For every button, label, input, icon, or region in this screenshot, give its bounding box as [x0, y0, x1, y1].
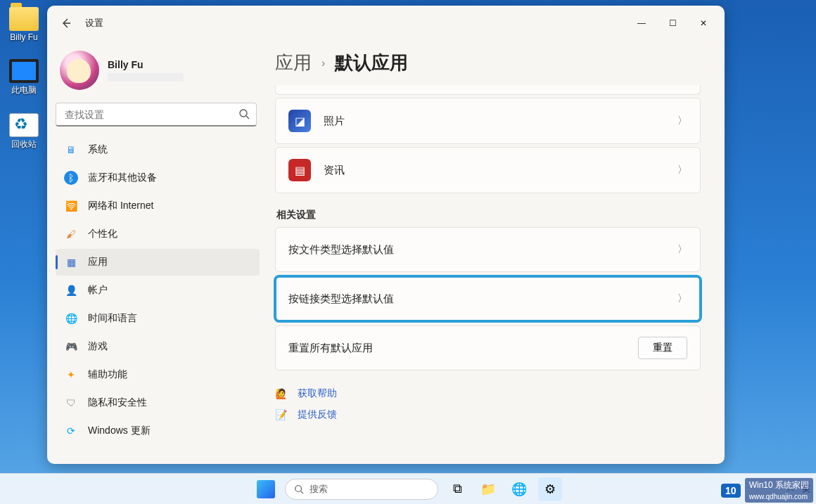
chevron-right-icon: 〉: [677, 164, 687, 176]
desktop-folder-billyfu[interactable]: Billy Fu: [7, 7, 41, 42]
page-title: 默认应用: [335, 51, 408, 75]
desktop-recycle-bin[interactable]: 回收站: [7, 113, 41, 150]
sidebar-item-label: 系统: [88, 143, 108, 156]
sidebar-item-label: 时间和语言: [88, 312, 137, 325]
profile-email-redacted: [108, 73, 184, 82]
desktop-this-pc[interactable]: 此电脑: [7, 59, 41, 96]
link-give-feedback[interactable]: 📝 提供反馈: [275, 408, 701, 421]
apps-icon: ▦: [64, 255, 78, 269]
taskbar-search[interactable]: 搜索: [285, 479, 438, 500]
sidebar: Billy Fu 🖥系统 ᛒ蓝牙和其他设备 🛜网络和 Internet 🖌个性化…: [47, 41, 265, 464]
icon-label: 回收站: [11, 138, 37, 150]
arrow-left-icon: [60, 18, 72, 29]
sidebar-item-label: 游戏: [88, 340, 108, 353]
person-icon: 👤: [64, 283, 78, 297]
sidebar-item-label: 个性化: [88, 228, 117, 240]
sidebar-item-label: 蓝牙和其他设备: [88, 172, 157, 184]
search-box[interactable]: [56, 103, 257, 127]
windows-logo-icon: [257, 480, 275, 498]
minimize-button[interactable]: —: [626, 13, 657, 33]
sidebar-item-gaming[interactable]: 🎮游戏: [56, 333, 260, 360]
news-app-icon: ▤: [288, 159, 311, 181]
update-icon: ⟳: [64, 424, 78, 438]
avatar: [60, 51, 99, 90]
watermark-badge: 10: [721, 484, 741, 498]
row-label: 按文件类型选择默认值: [288, 243, 677, 257]
search-input[interactable]: [56, 103, 257, 127]
profile-name: Billy Fu: [108, 59, 184, 70]
nav-list: 🖥系统 ᛒ蓝牙和其他设备 🛜网络和 Internet 🖌个性化 ▦应用 👤帐户 …: [56, 136, 260, 444]
sidebar-item-label: 应用: [88, 256, 108, 269]
reset-button[interactable]: 重置: [638, 337, 687, 359]
breadcrumb: 应用 › 默认应用: [275, 51, 701, 75]
row-choose-by-filetype[interactable]: 按文件类型选择默认值 〉: [275, 227, 701, 272]
brush-icon: 🖌: [64, 227, 78, 241]
sidebar-item-personalization[interactable]: 🖌个性化: [56, 221, 260, 247]
help-icon: 🙋: [275, 388, 288, 399]
row-reset-defaults: 重置所有默认应用 重置: [275, 325, 701, 370]
link-get-help[interactable]: 🙋 获取帮助: [275, 387, 701, 400]
sidebar-item-network[interactable]: 🛜网络和 Internet: [56, 193, 260, 219]
sidebar-item-accounts[interactable]: 👤帐户: [56, 277, 260, 304]
row-choose-by-linktype[interactable]: 按链接类型选择默认值 〉: [275, 276, 701, 321]
default-app-photos[interactable]: ◪ 照片 〉: [275, 98, 701, 144]
row-label: 重置所有默认应用: [288, 342, 638, 355]
start-button[interactable]: [254, 477, 278, 501]
display-icon: 🖥: [64, 143, 78, 157]
task-view-button[interactable]: ⧉: [445, 477, 469, 501]
sidebar-item-label: 帐户: [88, 284, 108, 297]
sidebar-item-label: 隐私和安全性: [88, 396, 147, 409]
gamepad-icon: 🎮: [64, 340, 78, 354]
close-button[interactable]: ✕: [688, 13, 719, 33]
sidebar-item-label: Windows 更新: [88, 425, 151, 437]
section-related-settings: 相关设置: [276, 209, 701, 221]
sidebar-item-system[interactable]: 🖥系统: [56, 136, 260, 163]
chevron-right-icon: 〉: [677, 243, 687, 256]
search-icon[interactable]: [238, 108, 250, 122]
taskbar-settings[interactable]: ⚙: [538, 477, 562, 501]
app-title: 设置: [85, 17, 103, 30]
main-panel: 应用 › 默认应用 ◪ 照片 〉 ▤ 资讯 〉 相关设置 按文件类型选择默认值 …: [265, 41, 725, 464]
sidebar-item-label: 网络和 Internet: [88, 200, 153, 212]
accessibility-icon: ✦: [64, 368, 78, 382]
search-icon: [294, 484, 304, 494]
folder-icon: [9, 7, 39, 31]
partial-card-above[interactable]: [275, 85, 701, 95]
breadcrumb-parent[interactable]: 应用: [275, 51, 312, 75]
row-label: 按链接类型选择默认值: [288, 292, 677, 306]
sidebar-item-windows-update[interactable]: ⟳Windows 更新: [56, 418, 260, 444]
chevron-right-icon: 〉: [677, 115, 687, 127]
default-app-news[interactable]: ▤ 资讯 〉: [275, 147, 701, 193]
sidebar-item-time-language[interactable]: 🌐时间和语言: [56, 305, 260, 332]
card-label: 照片: [324, 115, 677, 128]
taskbar-search-placeholder: 搜索: [310, 483, 328, 496]
settings-window: 设置 — ☐ ✕ Billy Fu 🖥系统 ᛒ蓝牙和其他设备: [47, 6, 725, 464]
photos-app-icon: ◪: [288, 110, 311, 132]
sidebar-item-label: 辅助功能: [88, 368, 127, 381]
link-label: 提供反馈: [298, 408, 337, 421]
help-links: 🙋 获取帮助 📝 提供反馈: [275, 387, 701, 421]
desktop-icons: Billy Fu 此电脑 回收站: [7, 7, 41, 167]
profile-block[interactable]: Billy Fu: [56, 46, 260, 94]
sidebar-item-apps[interactable]: ▦应用: [56, 249, 260, 276]
taskbar-explorer[interactable]: 📁: [476, 477, 500, 501]
chevron-right-icon: 〉: [677, 292, 687, 305]
watermark-text: Win10 系统家园www.qdhuajin.com: [745, 478, 813, 503]
icon-label: Billy Fu: [10, 32, 37, 42]
pc-icon: [9, 59, 39, 83]
maximize-button[interactable]: ☐: [657, 13, 688, 33]
sidebar-item-privacy[interactable]: 🛡隐私和安全性: [56, 389, 260, 416]
svg-point-1: [295, 485, 302, 491]
wifi-icon: 🛜: [64, 199, 78, 213]
back-button[interactable]: [57, 14, 75, 32]
taskbar[interactable]: 搜索 ⧉ 📁 🌐 ⚙ ︿ 英: [0, 473, 816, 504]
taskbar-edge[interactable]: 🌐: [507, 477, 531, 501]
sidebar-item-accessibility[interactable]: ✦辅助功能: [56, 361, 260, 388]
shield-icon: 🛡: [64, 396, 78, 410]
sidebar-item-bluetooth[interactable]: ᛒ蓝牙和其他设备: [56, 164, 260, 191]
feedback-icon: 📝: [275, 409, 288, 420]
icon-label: 此电脑: [11, 84, 37, 96]
titlebar[interactable]: 设置 — ☐ ✕: [47, 6, 725, 41]
watermark: 10 Win10 系统家园www.qdhuajin.com: [721, 478, 813, 503]
chevron-right-icon: ›: [321, 57, 325, 70]
